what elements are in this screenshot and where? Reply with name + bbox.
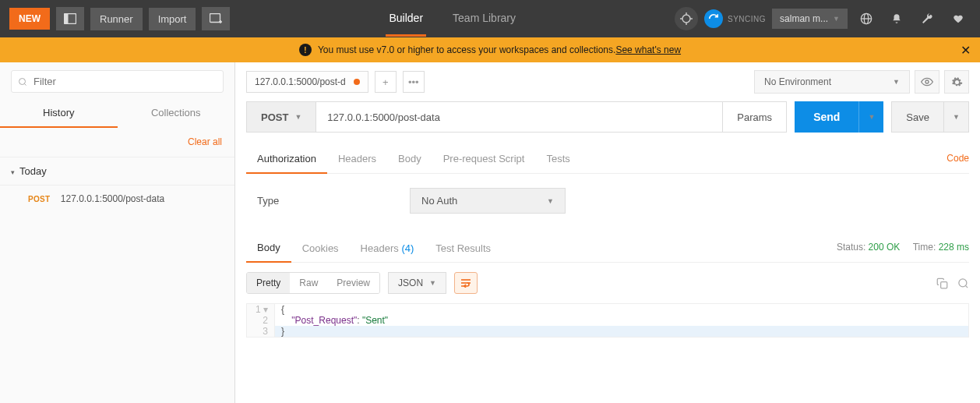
format-toggle: Pretty Raw Preview xyxy=(246,272,380,294)
import-button[interactable]: Import xyxy=(149,8,196,30)
layout-icon xyxy=(64,13,76,24)
response-tab-tests[interactable]: Test Results xyxy=(425,236,502,262)
format-preview[interactable]: Preview xyxy=(327,273,379,293)
save-dropdown[interactable]: ▼ xyxy=(944,101,969,133)
copy-button[interactable] xyxy=(936,278,948,289)
wrap-toggle-button[interactable] xyxy=(454,272,478,294)
language-label: JSON xyxy=(398,278,423,288)
response-tab-cookies[interactable]: Cookies xyxy=(291,236,350,262)
svg-line-18 xyxy=(965,285,968,288)
tab-body[interactable]: Body xyxy=(387,147,432,173)
sync-status[interactable]: SYNCING xyxy=(704,9,766,28)
new-button[interactable]: NEW xyxy=(9,8,50,30)
gear-icon xyxy=(951,76,963,88)
tab-authorization[interactable]: Authorization xyxy=(246,147,327,174)
sidebar-tab-collections[interactable]: Collections xyxy=(118,101,235,128)
close-warning-button[interactable]: ✕ xyxy=(961,43,971,58)
eye-icon xyxy=(921,77,933,87)
svg-rect-1 xyxy=(65,14,69,24)
chevron-down-icon: ▼ xyxy=(547,197,554,205)
svg-point-17 xyxy=(959,278,967,286)
environment-label: No Environment xyxy=(764,76,831,87)
capture-button[interactable] xyxy=(675,7,698,30)
warning-bar: ! You must use v7.0 or higher to access … xyxy=(0,37,980,62)
tab-team-library[interactable]: Team Library xyxy=(449,2,519,37)
response-tab-body[interactable]: Body xyxy=(246,235,291,263)
content-area: 127.0.0.1:5000/post-d + ••• No Environme… xyxy=(235,62,980,403)
filter-input[interactable] xyxy=(11,70,224,93)
save-button[interactable]: Save xyxy=(891,101,944,133)
svg-rect-16 xyxy=(941,281,947,288)
headers-count: (4) xyxy=(401,242,414,254)
code-content: "Post_Request": "Sent" xyxy=(275,315,968,326)
response-body-viewer[interactable]: 1 ▾ { 2 "Post_Request": "Sent" 3 } xyxy=(246,303,969,338)
history-item-url: 127.0.0.1:5000/post-data xyxy=(61,193,164,204)
line-number: 2 xyxy=(247,315,275,326)
environment-settings-button[interactable] xyxy=(944,70,969,94)
user-dropdown[interactable]: salman m... ▼ xyxy=(772,9,848,29)
response-tab-headers-label: Headers xyxy=(361,242,399,254)
time-value: 228 ms xyxy=(939,242,969,253)
line-number: 1 ▾ xyxy=(247,304,275,315)
heart-icon[interactable] xyxy=(946,13,971,24)
search-response-button[interactable] xyxy=(957,278,969,289)
history-group-today[interactable]: Today xyxy=(0,157,234,186)
send-button[interactable]: Send xyxy=(795,101,858,133)
code-content: } xyxy=(275,326,968,337)
svg-rect-2 xyxy=(210,14,220,23)
chevron-down-icon: ▼ xyxy=(294,113,301,121)
response-status: Status: 200 OK Time: 228 ms xyxy=(837,242,969,253)
svg-point-5 xyxy=(682,15,690,23)
sidebar-tab-history[interactable]: History xyxy=(0,101,118,128)
search-icon xyxy=(957,278,969,289)
line-number: 3 xyxy=(247,326,275,337)
warning-link[interactable]: See what's new xyxy=(615,44,681,55)
status-value: 200 OK xyxy=(869,242,901,253)
format-pretty[interactable]: Pretty xyxy=(247,273,290,293)
chevron-down-icon: ▼ xyxy=(953,113,960,121)
tab-headers[interactable]: Headers xyxy=(327,147,387,173)
environment-dropdown[interactable]: No Environment ▼ xyxy=(754,70,910,94)
sync-icon xyxy=(704,9,723,28)
chevron-down-icon: ▼ xyxy=(868,113,875,121)
tab-tests[interactable]: Tests xyxy=(535,147,580,173)
bell-icon[interactable] xyxy=(885,12,908,25)
globe-icon[interactable] xyxy=(854,12,879,25)
new-window-icon xyxy=(210,13,222,24)
new-window-button[interactable] xyxy=(202,7,230,30)
history-item-method: POST xyxy=(28,195,50,203)
tab-builder[interactable]: Builder xyxy=(386,2,426,37)
code-link[interactable]: Code xyxy=(947,153,969,164)
chevron-down-icon: ▼ xyxy=(893,78,900,86)
environment-preview-button[interactable] xyxy=(915,70,939,94)
history-item[interactable]: POST 127.0.0.1:5000/post-data xyxy=(0,186,234,212)
top-bar: NEW Runner Import Builder Team Library S… xyxy=(0,0,980,37)
params-button[interactable]: Params xyxy=(723,101,787,133)
method-dropdown[interactable]: POST ▼ xyxy=(246,101,316,133)
main-tabs: Builder Team Library xyxy=(236,2,668,37)
response-tab-headers[interactable]: Headers (4) xyxy=(350,236,425,262)
crosshair-icon xyxy=(680,12,693,25)
auth-type-value: No Auth xyxy=(421,195,457,207)
method-label: POST xyxy=(261,111,288,123)
format-raw[interactable]: Raw xyxy=(290,273,327,293)
auth-type-dropdown[interactable]: No Auth ▼ xyxy=(410,188,566,214)
svg-point-13 xyxy=(925,80,929,83)
request-tab-title: 127.0.0.1:5000/post-d xyxy=(255,76,346,87)
warning-text: You must use v7.0 or higher to access yo… xyxy=(318,44,615,55)
runner-button[interactable]: Runner xyxy=(90,8,143,30)
language-dropdown[interactable]: JSON ▼ xyxy=(388,272,446,294)
tab-options-button[interactable]: ••• xyxy=(403,71,425,93)
user-label: salman m... xyxy=(780,13,828,24)
add-tab-button[interactable]: + xyxy=(375,71,397,93)
layout-toggle-button[interactable] xyxy=(56,7,84,30)
clear-all-link[interactable]: Clear all xyxy=(188,136,222,147)
request-tab[interactable]: 127.0.0.1:5000/post-d xyxy=(246,71,368,93)
chevron-down-icon: ▼ xyxy=(833,15,840,23)
send-dropdown[interactable]: ▼ xyxy=(858,101,883,133)
wrench-icon[interactable] xyxy=(915,12,939,25)
url-input[interactable]: 127.0.0.1:5000/post-data xyxy=(316,101,723,133)
tab-prerequest[interactable]: Pre-request Script xyxy=(432,147,536,173)
unsaved-indicator-icon xyxy=(354,79,360,85)
sync-label: SYNCING xyxy=(728,15,766,23)
